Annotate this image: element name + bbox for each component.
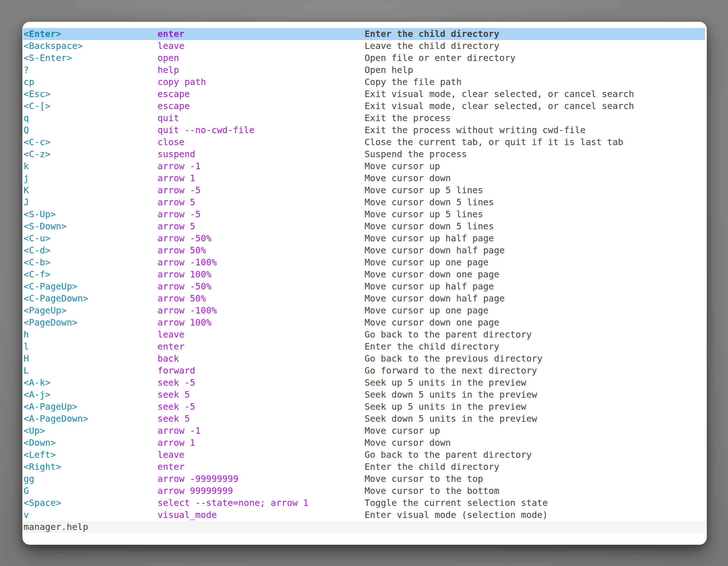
key-cell: <C-z> (24, 148, 50, 160)
keybinding-row[interactable]: <S-Down> arrow 5 Move cursor down 5 line… (23, 220, 705, 233)
keybinding-row[interactable]: j arrow 1 Move cursor down (23, 172, 705, 184)
description-cell: Move cursor up half page (365, 281, 494, 292)
keybinding-row[interactable]: <Backspace> leave Leave the child direct… (23, 40, 705, 52)
key-cell: <Esc> (24, 88, 50, 100)
description-cell: Enter the child directory (365, 28, 499, 40)
keybinding-row[interactable]: <Enter> enter Enter the child directory (23, 28, 705, 40)
key-cell: q (24, 112, 29, 124)
keybinding-row[interactable]: <C-[> escape Exit visual mode, clear sel… (23, 100, 705, 112)
command-cell: close (158, 136, 184, 148)
keybinding-row[interactable]: L forward Go forward to the next directo… (23, 365, 705, 377)
keybinding-row[interactable]: <C-z> suspend Suspend the process (23, 148, 705, 160)
description-cell: Seek down 5 units in the preview (365, 413, 537, 425)
command-cell: help (158, 64, 179, 76)
description-cell: Go back to the parent directory (365, 328, 532, 340)
key-cell: <C-PageDown> (24, 292, 88, 304)
description-cell: Exit the process without writing cwd-fil… (365, 124, 586, 136)
keybinding-row[interactable]: <PageDown> arrow 100% Move cursor down o… (23, 316, 705, 328)
command-cell: enter (158, 461, 184, 473)
keybinding-row[interactable]: <Up> arrow -1 Move cursor up (23, 425, 705, 437)
keybinding-row[interactable]: <S-Enter> open Open file or enter direct… (23, 52, 705, 64)
description-cell: Suspend the process (365, 148, 467, 160)
key-cell: <A-PageUp> (24, 401, 78, 413)
description-cell: Enter the child directory (365, 461, 499, 473)
keybinding-row[interactable]: <Esc> escape Exit visual mode, clear sel… (23, 88, 705, 100)
key-cell: <A-j> (24, 389, 50, 401)
description-cell: Move cursor down 5 lines (365, 196, 494, 208)
keybinding-row[interactable]: k arrow -1 Move cursor up (23, 160, 705, 172)
keybinding-row[interactable]: <Down> arrow 1 Move cursor down (23, 437, 705, 449)
description-cell: Move cursor up 5 lines (365, 184, 483, 196)
key-cell: K (24, 184, 29, 196)
command-cell: seek -5 (158, 401, 195, 413)
description-cell: Move cursor up (365, 425, 440, 437)
key-cell: <S-Enter> (24, 52, 72, 64)
command-cell: quit --no-cwd-file (158, 124, 255, 136)
keybinding-row[interactable]: H back Go back to the previous directory (23, 353, 705, 365)
description-cell: Close the current tab, or quit if it is … (365, 136, 623, 148)
key-cell: j (24, 172, 29, 184)
command-cell: arrow 1 (158, 172, 195, 184)
command-cell: arrow -50% (158, 281, 212, 292)
keybinding-row[interactable]: <Right> enter Enter the child directory (23, 461, 705, 473)
description-cell: Enter the child directory (365, 340, 499, 353)
key-cell: l (24, 340, 29, 353)
keybinding-row[interactable]: G arrow 99999999 Move cursor to the bott… (23, 485, 705, 497)
key-cell: <Enter> (24, 28, 61, 40)
key-cell: <C-f> (24, 269, 50, 281)
keybinding-row[interactable]: <Left> leave Go back to the parent direc… (23, 449, 705, 461)
keybinding-row[interactable]: <C-PageUp> arrow -50% Move cursor up hal… (23, 281, 705, 292)
key-cell: <S-Up> (24, 208, 56, 220)
keybinding-row[interactable]: <PageUp> arrow -100% Move cursor up one … (23, 304, 705, 316)
keybinding-row[interactable]: J arrow 5 Move cursor down 5 lines (23, 196, 705, 208)
command-cell: arrow -5 (158, 184, 201, 196)
keybinding-row[interactable]: gg arrow -99999999 Move cursor to the to… (23, 473, 705, 485)
keybinding-row[interactable]: <A-PageDown> seek 5 Seek down 5 units in… (23, 413, 705, 425)
command-cell: arrow -100% (158, 257, 217, 269)
keybinding-row[interactable]: h leave Go back to the parent directory (23, 328, 705, 340)
command-cell: arrow -99999999 (158, 473, 238, 485)
keybinding-row[interactable]: v visual_mode Enter visual mode (selecti… (23, 509, 705, 521)
keybinding-row[interactable]: ? help Open help (23, 64, 705, 76)
command-cell: arrow 5 (158, 220, 195, 233)
command-cell: seek 5 (158, 389, 190, 401)
keybinding-row[interactable]: <C-u> arrow -50% Move cursor up half pag… (23, 233, 705, 245)
command-cell: arrow -5 (158, 208, 201, 220)
keybinding-row[interactable]: cp copy path Copy the file path (23, 76, 705, 88)
key-cell: ? (24, 64, 29, 76)
description-cell: Move cursor up (365, 160, 440, 172)
command-cell: arrow 1 (158, 437, 195, 449)
keybinding-row[interactable]: K arrow -5 Move cursor up 5 lines (23, 184, 705, 196)
description-cell: Leave the child directory (365, 40, 499, 52)
keybinding-row[interactable]: l enter Enter the child directory (23, 340, 705, 353)
key-cell: <C-d> (24, 245, 50, 257)
keybinding-row[interactable]: <S-Up> arrow -5 Move cursor up 5 lines (23, 208, 705, 220)
command-cell: arrow 50% (158, 245, 206, 257)
keybinding-row[interactable]: <A-PageUp> seek -5 Seek up 5 units in th… (23, 401, 705, 413)
command-cell: open (158, 52, 179, 64)
keybinding-row[interactable]: <C-f> arrow 100% Move cursor down one pa… (23, 269, 705, 281)
key-cell: J (24, 196, 29, 208)
description-cell: Seek up 5 units in the preview (365, 401, 526, 413)
key-cell: H (24, 353, 29, 365)
description-cell: Toggle the current selection state (365, 497, 548, 509)
description-cell: Seek down 5 units in the preview (365, 389, 537, 401)
keybinding-row[interactable]: <C-d> arrow 50% Move cursor down half pa… (23, 245, 705, 257)
keybinding-row[interactable]: Q quit --no-cwd-file Exit the process wi… (23, 124, 705, 136)
command-cell: arrow 100% (158, 269, 212, 281)
keybinding-row[interactable]: <C-PageDown> arrow 50% Move cursor down … (23, 292, 705, 304)
command-cell: forward (158, 365, 195, 377)
description-cell: Exit visual mode, clear selected, or can… (365, 88, 634, 100)
command-cell: visual_mode (158, 509, 217, 521)
key-cell: <S-Down> (24, 220, 67, 233)
keybinding-row[interactable]: <C-b> arrow -100% Move cursor up one pag… (23, 257, 705, 269)
command-cell: quit (158, 112, 179, 124)
description-cell: Exit visual mode, clear selected, or can… (365, 100, 634, 112)
keybinding-row[interactable]: <Space> select --state=none; arrow 1 Tog… (23, 497, 705, 509)
keybinding-row[interactable]: <A-k> seek -5 Seek up 5 units in the pre… (23, 377, 705, 389)
keybinding-row[interactable]: <A-j> seek 5 Seek down 5 units in the pr… (23, 389, 705, 401)
keybinding-row[interactable]: <C-c> close Close the current tab, or qu… (23, 136, 705, 148)
command-cell: enter (158, 340, 184, 353)
command-cell: arrow 99999999 (158, 485, 233, 497)
keybinding-row[interactable]: q quit Exit the process (23, 112, 705, 124)
